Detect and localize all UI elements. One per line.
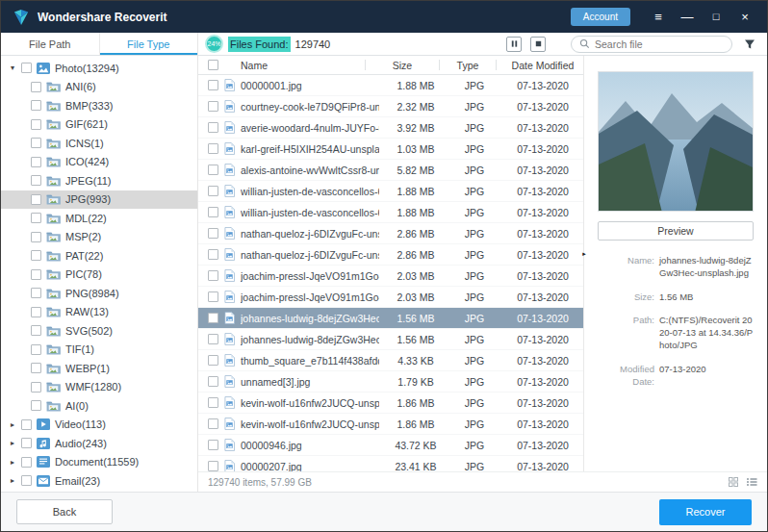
back-button[interactable]: Back <box>16 499 113 524</box>
table-row[interactable]: kevin-wolf-u16nfw2JUCQ-unsplash.jpg1.86 … <box>198 414 583 435</box>
table-row[interactable]: nathan-queloz-j-6DIZvguFc-unsplash...2.8… <box>198 244 583 266</box>
caret-right-icon[interactable]: ▸ <box>9 476 16 485</box>
row-checkbox[interactable] <box>208 165 218 175</box>
caret-right-icon[interactable]: ▸ <box>9 439 16 447</box>
tree-checkbox[interactable] <box>31 400 41 411</box>
row-checkbox[interactable] <box>208 313 218 323</box>
table-row[interactable]: 00000207.jpg23.41 KBJPG07-13-2020 <box>198 456 583 471</box>
row-checkbox[interactable] <box>208 291 218 302</box>
tree-checkbox[interactable] <box>31 307 41 317</box>
stop-scan-button[interactable] <box>530 37 546 52</box>
table-row[interactable]: willian-justen-de-vasconcellos-65Ga...1.… <box>198 181 583 202</box>
row-checkbox[interactable] <box>208 270 218 281</box>
sidebar-item-png[interactable]: PNG(8984) <box>1 284 197 303</box>
tree-checkbox[interactable] <box>21 63 32 73</box>
sidebar-item-document[interactable]: ▸Document(11559) <box>1 453 197 472</box>
table-row[interactable]: joachim-pressl-JqeVO91m1Go-unspl...2.03 … <box>198 287 583 308</box>
tab-file-path[interactable]: File Path <box>1 33 99 55</box>
column-header-name[interactable]: Name <box>224 60 359 71</box>
table-row[interactable]: johannes-ludwig-8dejZGw3Hec-unsp...1.56 … <box>198 329 583 350</box>
tree-checkbox[interactable] <box>31 288 41 298</box>
table-row[interactable]: 00000946.jpg43.72 KBJPG07-13-2020 <box>198 435 583 456</box>
tree-checkbox[interactable] <box>31 175 41 186</box>
column-header-type[interactable]: Type <box>446 60 490 71</box>
row-checkbox[interactable] <box>208 418 218 429</box>
tree-checkbox[interactable] <box>31 213 41 223</box>
minimize-icon[interactable]: — <box>677 1 698 33</box>
preview-collapse-handle[interactable]: ▸ <box>580 246 588 262</box>
sidebar-item-tif[interactable]: TIF(1) <box>1 341 197 360</box>
sidebar-item-raw[interactable]: RAW(13) <box>1 303 197 322</box>
tree-checkbox[interactable] <box>31 194 41 205</box>
sidebar-item-webp[interactable]: WEBP(1) <box>1 359 197 378</box>
sidebar-item-ani[interactable]: ANI(6) <box>1 78 197 97</box>
tree-checkbox[interactable] <box>21 457 32 468</box>
tree-checkbox[interactable] <box>21 419 32 430</box>
tree-checkbox[interactable] <box>31 157 41 167</box>
sidebar-item-jpg[interactable]: JPG(993) <box>1 190 197 210</box>
table-row[interactable]: willian-justen-de-vasconcellos-65Ga...1.… <box>198 202 583 223</box>
close-icon[interactable]: × <box>734 1 755 33</box>
filter-button[interactable] <box>744 38 755 50</box>
sidebar-item-email[interactable]: ▸Email(23) <box>1 471 197 491</box>
row-checkbox[interactable] <box>208 249 218 260</box>
pause-scan-button[interactable] <box>506 37 522 52</box>
row-checkbox[interactable] <box>208 397 218 408</box>
tab-file-type[interactable]: File Type <box>99 33 198 55</box>
table-row[interactable]: nathan-queloz-j-6DIZvguFc-unsplash...2.8… <box>198 223 583 244</box>
caret-right-icon[interactable]: ▸ <box>9 458 16 467</box>
tree-checkbox[interactable] <box>31 382 41 393</box>
tree-checkbox[interactable] <box>31 138 41 148</box>
row-checkbox[interactable] <box>208 143 218 154</box>
maximize-icon[interactable]: □ <box>705 1 727 33</box>
tree-checkbox[interactable] <box>31 269 41 280</box>
tree-checkbox[interactable] <box>31 119 41 130</box>
tree-checkbox[interactable] <box>31 100 41 111</box>
table-row[interactable]: thumb_square_e7b114f438afdd40e0...4.33 K… <box>198 350 583 371</box>
sidebar-item-photo[interactable]: ▾Photo(13294) <box>1 59 197 78</box>
sidebar-item-mdl[interactable]: MDL(22) <box>1 209 197 228</box>
sidebar-item-svg[interactable]: SVG(502) <box>1 321 197 341</box>
row-checkbox[interactable] <box>208 122 218 133</box>
caret-down-icon[interactable]: ▾ <box>9 63 16 72</box>
sidebar-item-ico[interactable]: ICO(424) <box>1 153 197 172</box>
table-row[interactable]: johannes-ludwig-8dejZGw3Hec-unsp...1.56 … <box>198 308 583 329</box>
row-checkbox[interactable] <box>208 440 218 450</box>
row-checkbox[interactable] <box>208 80 218 90</box>
sidebar-item-wmf[interactable]: WMF(1280) <box>1 378 197 397</box>
sidebar-item-bmp[interactable]: BMP(333) <box>1 96 197 115</box>
table-row[interactable]: courtney-cook-le7D9QFiPr8-unsplas...2.32… <box>198 96 583 117</box>
sidebar-item-pic[interactable]: PIC(78) <box>1 266 197 285</box>
row-checkbox[interactable] <box>208 355 218 366</box>
row-checkbox[interactable] <box>208 186 218 196</box>
row-checkbox[interactable] <box>208 101 218 112</box>
sidebar-item-audio[interactable]: ▸Audio(243) <box>1 434 197 453</box>
column-header-size[interactable]: Size <box>371 60 433 71</box>
row-checkbox[interactable] <box>208 207 218 217</box>
table-row[interactable]: unnamed[3].jpg1.79 KBJPG07-13-2020 <box>198 371 583 393</box>
table-row[interactable]: 00000001.jpg1.88 MBJPG07-13-2020 <box>198 75 583 96</box>
sidebar-item-jpeg[interactable]: JPEG(11) <box>1 171 197 190</box>
row-checkbox[interactable] <box>208 228 218 239</box>
row-checkbox[interactable] <box>208 334 218 344</box>
table-row[interactable]: joachim-pressl-JqeVO91m1Go-unspl...2.03 … <box>198 266 583 287</box>
menu-icon[interactable]: ≡ <box>648 1 669 33</box>
sidebar-item-ai[interactable]: AI(0) <box>1 396 197 416</box>
column-header-date-modified[interactable]: Date Modified <box>502 60 583 71</box>
row-checkbox[interactable] <box>208 376 218 387</box>
tree-checkbox[interactable] <box>31 363 41 373</box>
table-row[interactable]: karl-greif-H5IXIH254AU-unsplash.jpg1.03 … <box>198 139 583 160</box>
sidebar-item-gif[interactable]: GIF(621) <box>1 115 197 135</box>
table-row[interactable]: kevin-wolf-u16nfw2JUCQ-unsplash.jpg1.86 … <box>198 393 583 414</box>
account-button[interactable]: Account <box>571 8 630 26</box>
table-row[interactable]: alexis-antoine-wvWwltCssr8-unsplas...5.8… <box>198 160 583 181</box>
sidebar-item-video[interactable]: ▸Video(113) <box>1 416 197 435</box>
sidebar-item-pat[interactable]: PAT(22) <box>1 246 197 266</box>
search-input[interactable] <box>595 38 724 50</box>
sidebar-item-msp[interactable]: MSP(2) <box>1 228 197 247</box>
tree-checkbox[interactable] <box>31 232 41 242</box>
tree-checkbox[interactable] <box>21 475 32 486</box>
tree-checkbox[interactable] <box>31 250 41 261</box>
recover-button[interactable]: Recover <box>659 499 752 525</box>
caret-right-icon[interactable]: ▸ <box>9 420 16 429</box>
